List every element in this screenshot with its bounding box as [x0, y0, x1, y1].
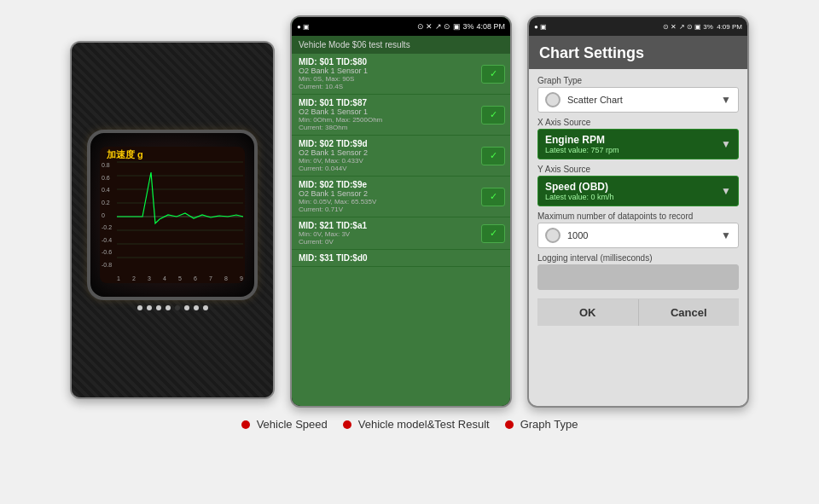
y-axis-section: Y Axis Source Speed (OBD) Latest value: … — [537, 165, 739, 206]
test-item-3: MID: $02 TID:$9d O2 Bank 1 Sensor 2 Min:… — [292, 136, 510, 177]
dots-row — [137, 305, 208, 310]
test-item-4: MID: $02 TID:$9e O2 Bank 1 Sensor 2 Min:… — [292, 177, 510, 217]
label-text-1: Vehicle Speed — [257, 418, 328, 431]
ok-check-4: ✓ — [490, 191, 497, 202]
chart-area: 加速度 g 0.8 0.6 0.4 0.2 0 -0.2 -0.4 -0.6 -… — [100, 147, 245, 283]
test-item-2-title: MID: $01 TID:$87 — [299, 98, 503, 107]
dot-8 — [203, 305, 208, 310]
screen3-phone: ● ▣ ⊙ ✕ ↗ ⊙ ▣ 3% 4:09 PM Chart Settings … — [527, 15, 749, 408]
x-axis-section: X Axis Source Engine RPM Latest value: 7… — [537, 118, 739, 159]
ok-badge-4: ✓ — [481, 188, 505, 206]
y-axis-dropdown[interactable]: Speed (OBD) Latest value: 0 km/h ▼ — [537, 176, 739, 206]
ok-badge-1: ✓ — [481, 65, 505, 84]
screen3-wrapper: ● ▣ ⊙ ✕ ↗ ⊙ ▣ 3% 4:09 PM Chart Settings … — [527, 15, 749, 408]
graph-type-arrow-icon: ▼ — [721, 94, 731, 106]
test-item-5-detail: Min: 0V, Max: 3VCurrent: 0V — [299, 230, 503, 246]
label-text-3: Graph Type — [520, 418, 578, 431]
ok-button[interactable]: OK — [537, 299, 639, 326]
labels-row: Vehicle Speed Vehicle model&Test Result … — [0, 408, 819, 431]
ok-check-1: ✓ — [490, 68, 497, 79]
max-datapoints-arrow-icon: ▼ — [721, 229, 731, 241]
ok-check-5: ✓ — [490, 228, 497, 239]
status-bar-left: ● ▣ — [297, 23, 310, 31]
chart-settings-title: Chart Settings — [539, 44, 737, 62]
test-item-4-sub: O2 Bank 1 Sensor 2 — [299, 189, 503, 198]
x-labels: 9 8 7 6 5 4 3 2 1 — [117, 275, 243, 281]
y-axis-sub: Latest value: 0 km/h — [545, 193, 614, 201]
screen1-wrapper: 加速度 g 0.8 0.6 0.4 0.2 0 -0.2 -0.4 -0.6 -… — [70, 41, 275, 399]
x-axis-label: X Axis Source — [537, 118, 739, 127]
test-item-2-detail: Min: 0Ohm, Max: 2500OhmCurrent: 38Ohm — [299, 116, 503, 131]
ok-badge-3: ✓ — [481, 147, 505, 165]
max-datapoints-section: Maximum number of datapoints to record 1… — [537, 211, 739, 248]
chart-settings-title-bar: Chart Settings — [529, 36, 747, 69]
dot-3 — [156, 305, 161, 310]
red-dot-1 — [241, 420, 250, 429]
y-axis-content: Speed (OBD) Latest value: 0 km/h — [545, 181, 614, 201]
ok-check-2: ✓ — [490, 109, 497, 120]
ok-badge-2: ✓ — [481, 106, 505, 125]
test-item-2-sub: O2 Bank 1 Sensor 1 — [299, 107, 503, 116]
max-datapoints-value: 1000 — [567, 230, 721, 240]
test-result-list: MID: $01 TID:$80 O2 Bank 1 Sensor 1 Min:… — [292, 54, 510, 406]
status-bar-right: ⊙ ✕ ↗ ⊙ ▣ 3% ⊙ ✕ ↗ ⊙ ▣ 3% 4:08 PM 4:08 P… — [417, 22, 505, 31]
dot-5-active — [175, 305, 180, 310]
screen2-phone: ● ▣ ⊙ ✕ ↗ ⊙ ▣ 3% ⊙ ✕ ↗ ⊙ ▣ 3% 4:08 PM 4:… — [290, 15, 512, 408]
test-item-2: MID: $01 TID:$87 O2 Bank 1 Sensor 1 Min:… — [292, 95, 510, 136]
label-item-3: Graph Type — [505, 418, 578, 431]
ok-badge-5: ✓ — [481, 224, 505, 243]
chart-svg — [100, 147, 245, 283]
label-item-1: Vehicle Speed — [241, 418, 328, 431]
dialog-buttons: OK Cancel — [537, 298, 739, 326]
max-datapoints-label: Maximum number of datapoints to record — [537, 211, 739, 221]
gauge-container: 加速度 g 0.8 0.6 0.4 0.2 0 -0.2 -0.4 -0.6 -… — [87, 130, 258, 300]
test-item-3-detail: Min: 0V, Max: 0.433VCurrent: 0.044V — [299, 157, 503, 172]
graph-type-value: Scatter Chart — [567, 95, 721, 105]
y-axis-label: Y Axis Source — [537, 165, 739, 174]
dot-6 — [184, 305, 189, 310]
graph-type-section: Graph Type Scatter Chart ▼ — [537, 76, 739, 113]
test-item-3-title: MID: $02 TID:$9d — [299, 139, 503, 148]
test-item-5: MID: $21 TID:$a1 Min: 0V, Max: 3VCurrent… — [292, 217, 510, 250]
test-item-6-title: MID: $31 TID:$d0 — [299, 253, 503, 263]
y-axis-value: Speed (OBD) — [545, 181, 614, 193]
logging-section: Logging interval (milliseconds) — [537, 253, 739, 290]
screen2-header: Vehicle Mode $06 test results — [292, 36, 510, 54]
x-axis-sub: Latest value: 757 rpm — [545, 146, 619, 154]
graph-type-dropdown[interactable]: Scatter Chart ▼ — [537, 87, 739, 113]
test-item-6: MID: $31 TID:$d0 — [292, 250, 510, 267]
dot-7 — [194, 305, 199, 310]
test-item-1-sub: O2 Bank 1 Sensor 1 — [299, 67, 503, 75]
label-text-2: Vehicle model&Test Result — [358, 418, 490, 431]
test-item-1-title: MID: $01 TID:$80 — [299, 57, 503, 67]
y-axis-arrow-icon: ▼ — [721, 185, 731, 197]
logging-label: Logging interval (milliseconds) — [537, 253, 739, 263]
max-datapoints-dropdown[interactable]: 1000 ▼ — [537, 223, 739, 248]
ok-check-3: ✓ — [490, 150, 497, 161]
x-axis-content: Engine RPM Latest value: 757 rpm — [545, 134, 619, 154]
test-item-4-title: MID: $02 TID:$9e — [299, 180, 503, 189]
screen2-status-bar: ● ▣ ⊙ ✕ ↗ ⊙ ▣ 3% ⊙ ✕ ↗ ⊙ ▣ 3% 4:08 PM 4:… — [292, 17, 510, 36]
logging-dropdown[interactable] — [537, 264, 739, 290]
test-item-5-title: MID: $21 TID:$a1 — [299, 221, 503, 230]
screen1-phone: 加速度 g 0.8 0.6 0.4 0.2 0 -0.2 -0.4 -0.6 -… — [70, 41, 275, 399]
cancel-button[interactable]: Cancel — [639, 299, 740, 326]
graph-type-circle — [545, 92, 561, 107]
screen3-status-bar: ● ▣ ⊙ ✕ ↗ ⊙ ▣ 3% 4:09 PM — [529, 17, 747, 36]
dot-2 — [147, 305, 152, 310]
settings-body: Graph Type Scatter Chart ▼ X Axis Source… — [529, 69, 747, 406]
red-dot-2 — [343, 420, 351, 429]
max-datapoints-circle — [545, 228, 561, 243]
x-axis-value: Engine RPM — [545, 134, 619, 146]
x-axis-dropdown[interactable]: Engine RPM Latest value: 757 rpm ▼ — [537, 129, 739, 159]
test-item-1: MID: $01 TID:$80 O2 Bank 1 Sensor 1 Min:… — [292, 54, 510, 95]
dot-4 — [166, 305, 171, 310]
test-item-4-detail: Min: 0.05V, Max: 65.535VCurrent: 0.71V — [299, 198, 503, 213]
graph-type-label: Graph Type — [537, 76, 739, 85]
red-dot-3 — [505, 420, 514, 429]
test-item-1-detail: Min: 0S, Max: 90SCurrent: 10.4S — [299, 75, 503, 90]
test-item-3-sub: O2 Bank 1 Sensor 2 — [299, 148, 503, 157]
screen2-wrapper: ● ▣ ⊙ ✕ ↗ ⊙ ▣ 3% ⊙ ✕ ↗ ⊙ ▣ 3% 4:08 PM 4:… — [290, 15, 512, 408]
status-bar-right-3: ⊙ ✕ ↗ ⊙ ▣ 3% 4:09 PM — [663, 23, 742, 31]
label-item-2: Vehicle model&Test Result — [343, 418, 490, 431]
